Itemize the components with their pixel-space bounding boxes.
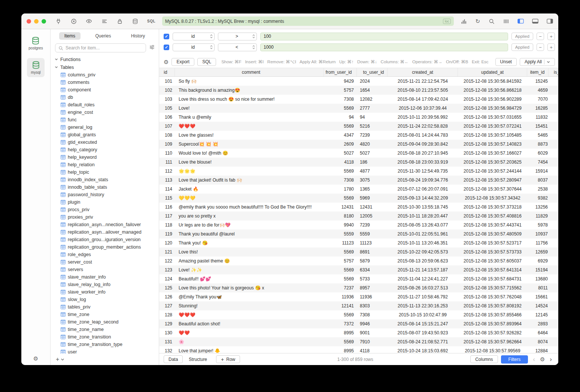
- cell-id[interactable]: 119: [159, 230, 175, 238]
- cell-updated_at[interactable]: 2015-12-08 15:30:56.902289: [458, 95, 527, 104]
- cell-updated_at[interactable]: 2015-12-08 15:30:57.307644: [458, 185, 527, 194]
- cell-created_at[interactable]: 2015-08-07 19:43:50.923: [388, 328, 458, 337]
- cell-updated_at[interactable]: 2015-12-08 15:30:57.684731: [458, 274, 527, 283]
- sidebar-table-item[interactable]: db: [51, 94, 159, 101]
- cell-created_at[interactable]: 2015-08-05 13:26:43.077: [388, 221, 458, 230]
- cell-to_user_id[interactable]: 2024: [357, 77, 388, 86]
- cell-item_id[interactable]: 2538: [527, 185, 549, 194]
- cell-to_user_id[interactable]: 7910: [357, 337, 388, 346]
- cell-created_at[interactable]: 2015-09-04 09:28:30.842: [388, 140, 458, 149]
- cell-id[interactable]: 125: [159, 283, 175, 292]
- filter-settings-gear-icon[interactable]: ⚙: [164, 59, 168, 65]
- sidebar-table-item[interactable]: time_zone_leap_second: [51, 318, 159, 326]
- table-row[interactable]: 118Ur legs are to die for🙌🏻💖994072392015…: [159, 221, 558, 230]
- cell-comment[interactable]: Ur legs are to die for🙌🏻💖: [175, 221, 324, 230]
- cell-item_id[interactable]: 7070: [527, 95, 549, 104]
- cell-is_[interactable]: [549, 283, 558, 292]
- next-page-icon[interactable]: ›: [548, 356, 554, 362]
- cell-comment[interactable]: ❤️❤️❤️: [175, 122, 324, 131]
- table-row[interactable]: 111Love the blouse!41181862015-08-18 23:…: [159, 158, 558, 167]
- cell-to_user_id[interactable]: 4820: [357, 140, 388, 149]
- cell-id[interactable]: 115: [159, 194, 175, 203]
- cell-item_id[interactable]: 12659: [527, 247, 549, 256]
- cell-to_user_id[interactable]: 1654: [357, 86, 388, 95]
- cell-to_user_id[interactable]: 7308: [357, 310, 388, 319]
- cell-from_user_id[interactable]: 9429: [324, 77, 357, 86]
- sidebar-table-item[interactable]: password_history: [51, 191, 159, 198]
- cell-to_user_id[interactable]: 5969: [357, 194, 388, 203]
- cell-from_user_id[interactable]: 5757: [324, 86, 357, 95]
- connection-postgres[interactable]: postgres: [25, 34, 46, 53]
- cell-to_user_id[interactable]: 4118: [357, 346, 388, 353]
- cell-is_[interactable]: [549, 185, 558, 194]
- cell-to_user_id[interactable]: 5879: [357, 256, 388, 265]
- filter-value-input[interactable]: [260, 33, 508, 40]
- search-input[interactable]: [66, 45, 143, 51]
- table-row[interactable]: 109Supercool💥 💥 💥260948202015-09-04 09:2…: [159, 140, 558, 149]
- table-row[interactable]: 113Love that jacket! Outfit is fab 🙌🏻730…: [159, 176, 558, 185]
- sidebar-table-item[interactable]: replication_grou...iguration_version: [51, 236, 159, 243]
- cell-comment[interactable]: Love! ✨✨: [175, 265, 324, 274]
- cell-comment[interactable]: Love the blouse!: [175, 158, 324, 167]
- cell-to_user_id[interactable]: 186: [357, 158, 388, 167]
- sidebar-table-item[interactable]: servers: [51, 266, 159, 273]
- sidebar-table-item[interactable]: user: [51, 348, 159, 354]
- table-row[interactable]: 122Amazing pastel theme 😊575758792015-08…: [159, 256, 558, 265]
- cell-created_at[interactable]: 2015-11-04 12:24:41.227: [388, 274, 458, 283]
- cell-item_id[interactable]: 13256: [527, 203, 549, 212]
- cell-item_id[interactable]: 12884: [527, 346, 549, 353]
- table-row[interactable]: 107❤️❤️❤️556952162015-11-24 22:02:58.828…: [159, 122, 558, 131]
- cell-id[interactable]: 122: [159, 256, 175, 265]
- cell-comment[interactable]: Amazing pastel theme 😊: [175, 256, 324, 265]
- cell-item_id[interactable]: 13680: [527, 274, 549, 283]
- cell-item_id[interactable]: 5978: [527, 221, 549, 230]
- cell-to_user_id[interactable]: 7239: [357, 131, 388, 140]
- sidebar-table-item[interactable]: role_edges: [51, 251, 159, 258]
- cell-comment[interactable]: 🌟🌟🌟: [175, 167, 324, 176]
- cell-item_id[interactable]: 9382: [527, 194, 549, 203]
- cell-item_id[interactable]: 8011: [527, 283, 549, 292]
- cell-to_user_id[interactable]: 9946: [357, 319, 388, 328]
- cell-from_user_id[interactable]: 5027: [324, 149, 357, 158]
- cell-comment[interactable]: Love the glasses!: [175, 131, 324, 140]
- cell-updated_at[interactable]: 2015-12-08 15:30:57.762048: [458, 292, 527, 301]
- sidebar-table-item[interactable]: default_roles: [51, 101, 159, 109]
- cell-is_[interactable]: [549, 104, 558, 113]
- add-row-button[interactable]: + Row: [216, 355, 240, 363]
- table-row[interactable]: 125Love this photo! Your hair is gorgeou…: [159, 283, 558, 292]
- cell-item_id[interactable]: 11756: [527, 238, 549, 247]
- filter-column-select[interactable]: id: [173, 43, 215, 51]
- cell-from_user_id[interactable]: 5569: [324, 310, 357, 319]
- filter-enabled-checkbox[interactable]: [164, 45, 169, 50]
- cell-created_at[interactable]: 2015-08-14 17:09:42.024: [388, 95, 458, 104]
- cell-is_[interactable]: [549, 221, 558, 230]
- table-row[interactable]: 105Love!556927772015-12-06 10:37:39.4420…: [159, 104, 558, 113]
- cell-item_id[interactable]: 6929: [527, 256, 549, 265]
- columns-button[interactable]: Columns: [470, 355, 498, 363]
- cell-created_at[interactable]: 2015-10-22 09:42:05.573: [388, 247, 458, 256]
- cell-to_user_id[interactable]: 1365: [357, 185, 388, 194]
- cell-comment[interactable]: 🌸: [175, 337, 324, 346]
- cell-from_user_id[interactable]: 5569: [324, 274, 357, 283]
- cell-created_at[interactable]: 2015-11-24 22:02:58.828: [388, 122, 458, 131]
- cell-is_[interactable]: [549, 86, 558, 95]
- sidebar-table-item[interactable]: slow_log: [51, 296, 159, 303]
- table-row[interactable]: 124Beautiful!! 💕💕556957332015-11-04 12:2…: [159, 274, 558, 283]
- cell-id[interactable]: 120: [159, 238, 175, 247]
- sql-button[interactable]: SQL: [197, 58, 216, 66]
- cell-comment[interactable]: @emily thank you soooo much beautiful!!!…: [175, 203, 324, 212]
- sidebar-table-item[interactable]: slave_relay_log_info: [51, 281, 159, 288]
- cell-to_user_id[interactable]: 5027: [357, 149, 388, 158]
- table-row[interactable]: 130❤️❤️899590012015-08-07 19:43:50.92320…: [159, 328, 558, 337]
- database-icon[interactable]: [132, 18, 138, 24]
- cell-item_id[interactable]: 5465: [527, 131, 549, 140]
- cell-comment[interactable]: 💛💛💛: [175, 194, 324, 203]
- cell-id[interactable]: 114: [159, 185, 175, 194]
- cell-created_at[interactable]: 2015-08-26 16:03:27.513: [388, 283, 458, 292]
- apply-all-button[interactable]: Apply All: [520, 58, 555, 66]
- filter-sliders-icon[interactable]: [149, 44, 155, 52]
- data-tab-button[interactable]: Data: [164, 355, 183, 363]
- table-row[interactable]: 123Love! ✨✨556963342015-11-21 14:13:57.1…: [159, 265, 558, 274]
- cell-created_at[interactable]: 2015-11-13 22:30:16.253: [388, 301, 458, 310]
- cell-from_user_id[interactable]: 8995: [324, 328, 357, 337]
